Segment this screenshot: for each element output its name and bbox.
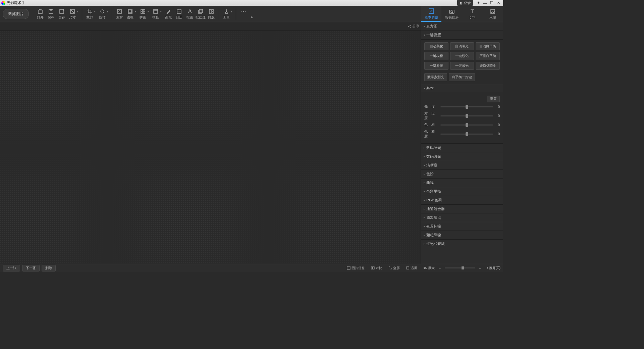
svg-text:1:1: 1:1	[424, 267, 427, 269]
tool-collage[interactable]: 拼图	[138, 8, 148, 20]
section-色彩平衡[interactable]: ▸色彩平衡	[421, 187, 503, 196]
zoom-slider[interactable]	[445, 267, 475, 268]
oneclick-一键补光[interactable]: 一键补光	[424, 62, 448, 70]
svg-rect-34	[371, 267, 373, 269]
tool-brush[interactable]: 画笔	[163, 8, 174, 20]
dropdown-icon[interactable]: ▾	[231, 10, 232, 13]
svg-rect-3	[50, 9, 52, 11]
share-button[interactable]: 分享	[408, 24, 420, 29]
tool-batch[interactable]: 批处理	[195, 8, 206, 20]
tab-text[interactable]: 文字	[462, 6, 483, 22]
save-icon	[48, 8, 54, 14]
svg-rect-13	[143, 12, 145, 13]
dropdown-icon[interactable]: ▾	[135, 10, 136, 13]
slider-色相: 色 相0	[424, 122, 500, 127]
svg-point-24	[245, 11, 246, 12]
tool-save[interactable]: 保存	[46, 8, 56, 20]
right-panel: 基本调整 数码暗房 文字 水印 ▸直方图 ▾一键设置 自动美化自动曝光自动白平衡…	[421, 31, 503, 264]
tab-darkroom[interactable]: 数码暗房	[441, 6, 462, 22]
dropdown-icon[interactable]: ▾	[107, 10, 108, 13]
expand-panel-button[interactable]: ▾展开(O)	[487, 266, 500, 270]
tool-more[interactable]	[238, 9, 249, 19]
oneclick-高ISO降噪[interactable]: 高ISO降噪	[476, 62, 500, 70]
canvas-area[interactable]	[0, 31, 421, 264]
section-histogram[interactable]: ▸直方图	[421, 22, 503, 31]
section-添加噪点[interactable]: ▸添加噪点	[421, 213, 503, 222]
slider-track[interactable]	[440, 124, 493, 126]
section-RGB色调[interactable]: ▸RGB色调	[421, 196, 503, 205]
slider-亮度: 亮 度0	[424, 104, 500, 109]
tool-rotate[interactable]: 旋转	[97, 8, 108, 20]
oneclick-一键模糊[interactable]: 一键模糊	[424, 52, 448, 60]
tool-calendar[interactable]: 日历	[174, 8, 184, 20]
section-数码减光[interactable]: ▸数码减光	[421, 152, 503, 161]
oneclick-数字点测光[interactable]: 数字点测光	[424, 73, 447, 81]
tool-material[interactable]: 素材	[114, 8, 125, 20]
slider-track[interactable]	[440, 134, 493, 135]
section-夜景抑噪[interactable]: ▸夜景抑噪	[421, 222, 503, 231]
section-曲线[interactable]: ▸曲线	[421, 179, 503, 187]
tool-saveas[interactable]: 另存	[56, 8, 67, 20]
original-size-button[interactable]: 1:1原大	[423, 266, 435, 270]
zoom-out-icon[interactable]: −	[439, 266, 441, 270]
settings-icon[interactable]: ✦	[475, 1, 482, 5]
tool-template[interactable]: 模板	[150, 8, 161, 20]
slider-track[interactable]	[440, 115, 493, 116]
fit-screen-button[interactable]: 适屏	[406, 266, 417, 270]
tab-watermark[interactable]: 水印	[483, 6, 503, 22]
oneclick-自动白平衡[interactable]: 自动白平衡	[476, 42, 500, 50]
oneclick-自动美化[interactable]: 自动美化	[424, 42, 448, 50]
oneclick-严重白平衡[interactable]: 严重白平衡	[476, 52, 500, 60]
section-红饱和衰减[interactable]: ▸红饱和衰减	[421, 240, 503, 248]
toolbar-resize-icon[interactable]: ◣	[251, 15, 253, 18]
image-info-button[interactable]: 图片信息	[347, 266, 365, 270]
right-tabs: 基本调整 数码暗房 文字 水印	[421, 6, 503, 22]
fullscreen-button[interactable]: 全屏	[388, 266, 400, 270]
tool-tools2[interactable]: 工具	[221, 8, 232, 20]
prev-image-button[interactable]: 上一张	[3, 265, 20, 271]
layout-icon	[208, 8, 214, 14]
sections: ▸直方图 ▾一键设置 自动美化自动曝光自动白平衡一键模糊一键锐化严重白平衡一键补…	[421, 22, 503, 264]
tool-open[interactable]: 打开	[35, 8, 46, 20]
login-button[interactable]: 登录	[457, 0, 473, 6]
svg-rect-33	[347, 266, 350, 269]
section-颗粒降噪[interactable]: ▸颗粒降噪	[421, 231, 503, 240]
close-button[interactable]: ✕	[495, 1, 502, 5]
maximize-button[interactable]: ☐	[488, 1, 495, 5]
compare-button[interactable]: 对比	[371, 266, 382, 270]
svg-point-16	[189, 10, 191, 11]
next-image-button[interactable]: 下一张	[22, 265, 40, 271]
tool-frame[interactable]: 边框	[125, 8, 136, 20]
section-色阶[interactable]: ▸色阶	[421, 170, 503, 179]
svg-point-26	[410, 25, 411, 26]
open-icon	[37, 8, 43, 14]
oneclick-一键锐化[interactable]: 一键锐化	[450, 52, 474, 60]
section-oneclick[interactable]: ▾一键设置	[421, 31, 503, 40]
tool-cutout[interactable]: 抠图	[184, 8, 195, 20]
section-数码补光[interactable]: ▸数码补光	[421, 144, 503, 152]
delete-image-button[interactable]: 删除	[42, 265, 56, 271]
tab-basic-adjust[interactable]: 基本调整	[421, 6, 441, 22]
oneclick-自动曝光[interactable]: 自动曝光	[450, 42, 474, 50]
dropdown-icon[interactable]: ▾	[94, 10, 96, 13]
section-清晰度[interactable]: ▸清晰度	[421, 161, 503, 170]
svg-rect-1	[38, 10, 42, 13]
tool-crop[interactable]: 裁剪	[84, 8, 95, 20]
oneclick-一键减光[interactable]: 一键减光	[450, 62, 474, 70]
oneclick-白平衡一指键[interactable]: 白平衡一指键	[449, 73, 475, 81]
section-通道混合器[interactable]: ▸通道混合器	[421, 205, 503, 213]
app-logo-icon	[1, 1, 5, 5]
reset-button[interactable]: 重置	[487, 96, 500, 102]
dropdown-icon[interactable]: ▾	[77, 10, 78, 13]
dropdown-icon[interactable]: ▾	[160, 10, 162, 13]
slider-track[interactable]	[440, 106, 493, 107]
section-basic[interactable]: ▾基本	[421, 84, 503, 93]
minimize-button[interactable]: —	[482, 1, 488, 5]
tool-size[interactable]: 尺寸	[67, 8, 78, 20]
batch-icon	[198, 8, 204, 14]
camera-icon	[448, 8, 455, 15]
zoom-in-icon[interactable]: +	[479, 266, 481, 270]
dropdown-icon[interactable]: ▾	[148, 10, 149, 13]
tool-layout[interactable]: 排版	[206, 8, 217, 20]
browse-images-button[interactable]: 浏览图片	[3, 9, 29, 19]
